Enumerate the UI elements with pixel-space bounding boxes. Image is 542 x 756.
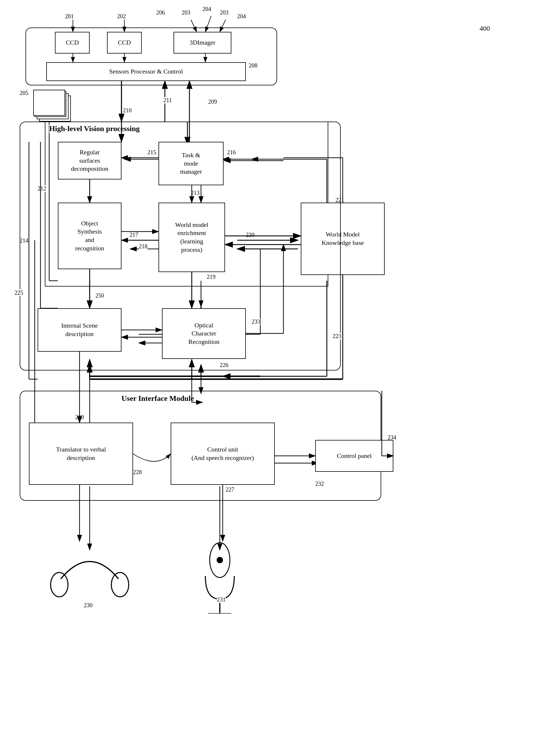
control-label: Control unit (And speech recognizer) — [192, 445, 254, 462]
label-400: 400 — [479, 25, 490, 32]
label-201: 201 — [65, 13, 74, 20]
label-227: 227 — [226, 486, 234, 493]
svg-point-48 — [51, 572, 68, 597]
translator-label: Translator to verbal description — [56, 445, 106, 462]
label-203a: 203 — [182, 9, 190, 16]
internal-box: Internal Scene description — [38, 308, 122, 352]
ocr-label: Optical Character Recognition — [188, 321, 220, 346]
label-223: 223 — [332, 333, 341, 340]
label-232: 232 — [315, 480, 324, 487]
ocr-box: Optical Character Recognition — [162, 308, 246, 359]
label-206: 206 — [156, 9, 165, 16]
label-233: 233 — [252, 318, 260, 325]
usermodule-label: User Interface Module — [122, 394, 194, 403]
label-225: 225 — [14, 289, 23, 296]
label-230: 230 — [84, 602, 93, 609]
sensor-container — [25, 27, 277, 85]
svg-point-53 — [217, 557, 223, 563]
extra-lines — [0, 0, 542, 756]
label-231: 231 — [217, 596, 226, 603]
controlpanel-label: Control panel — [337, 452, 372, 460]
label-203b: 203 — [220, 9, 229, 16]
label-209: 209 — [208, 98, 217, 105]
translator-box: Translator to verbal description — [29, 423, 133, 485]
label-228: 228 — [133, 469, 142, 476]
control-box: Control unit (And speech recognizer) — [171, 423, 275, 485]
label-226: 226 — [220, 362, 229, 368]
internal-label: Internal Scene description — [61, 322, 98, 338]
label-202: 202 — [117, 13, 126, 20]
svg-point-49 — [111, 572, 129, 597]
label-204a: 204 — [203, 6, 211, 12]
label-204b: 204 — [237, 13, 246, 20]
label-211: 211 — [164, 97, 172, 104]
arrows-svg — [0, 0, 542, 756]
label-250: 250 — [96, 292, 104, 299]
label-210: 210 — [123, 107, 132, 114]
label-205: 205 — [20, 90, 28, 96]
controlpanel-box: Control panel — [315, 440, 393, 472]
label-229: 229 — [75, 414, 84, 421]
diagram: 201 202 206 203 204 203 204 400 CCD CCD … — [0, 0, 542, 756]
